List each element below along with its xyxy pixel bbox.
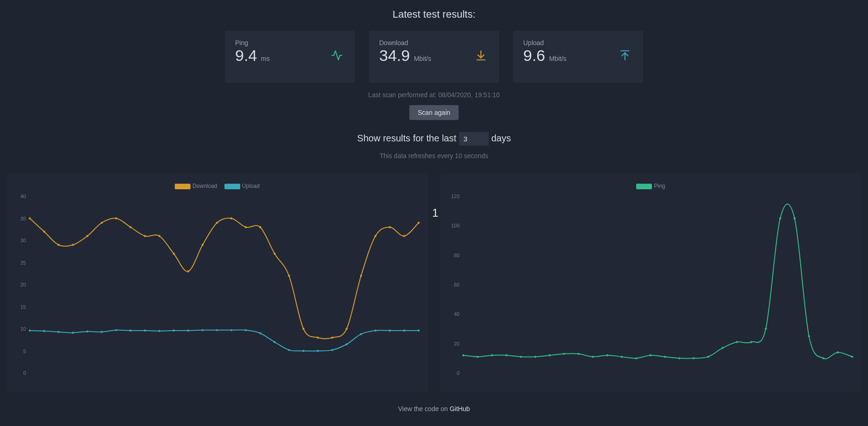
ping-value: 9.4 [235, 47, 257, 64]
charts-container: Download Upload 0510152025303540 Ping 02… [0, 173, 868, 392]
svg-text:5: 5 [23, 348, 26, 354]
speed-chart: Download Upload 0510152025303540 [7, 173, 428, 392]
speed-chart-svg: 0510152025303540 [11, 194, 423, 380]
svg-point-83 [563, 353, 565, 355]
svg-text:10: 10 [20, 326, 26, 332]
svg-point-57 [259, 332, 261, 334]
svg-point-95 [736, 341, 738, 343]
svg-point-13 [29, 217, 31, 219]
summary-cards: Ping 9.4 ms Download 34.9 Mbit/s Upload … [0, 31, 868, 83]
svg-point-19 [115, 217, 117, 219]
svg-point-79 [506, 354, 507, 356]
svg-point-82 [549, 354, 551, 356]
svg-point-65 [375, 330, 376, 332]
days-input[interactable] [459, 132, 489, 146]
svg-point-38 [389, 226, 391, 228]
svg-point-76 [462, 354, 464, 356]
svg-point-99 [794, 217, 796, 219]
svg-point-62 [331, 349, 333, 351]
speed-legend: Download Upload [11, 183, 423, 189]
svg-point-42 [43, 330, 45, 332]
ping-swatch [636, 184, 652, 189]
svg-text:40: 40 [454, 311, 460, 317]
ping-unit: ms [261, 55, 270, 62]
svg-point-52 [187, 330, 189, 332]
svg-point-94 [722, 347, 723, 349]
svg-point-88 [635, 357, 637, 359]
svg-point-39 [403, 235, 405, 237]
svg-point-54 [216, 329, 218, 331]
ping-legend: Ping [445, 183, 857, 189]
svg-point-66 [389, 330, 391, 332]
svg-text:120: 120 [451, 194, 460, 199]
svg-point-90 [664, 356, 666, 358]
scan-again-button[interactable]: Scan again [409, 105, 459, 120]
svg-point-63 [346, 343, 348, 345]
svg-point-86 [606, 354, 608, 356]
download-icon [475, 49, 487, 63]
svg-point-37 [375, 235, 376, 237]
ping-label: Ping [235, 39, 345, 47]
svg-point-29 [259, 226, 261, 228]
svg-text:100: 100 [451, 223, 460, 228]
svg-point-97 [765, 328, 767, 330]
svg-point-43 [58, 331, 59, 333]
footer-prefix: View the code on [398, 405, 450, 413]
svg-point-28 [245, 226, 247, 228]
svg-text:30: 30 [20, 238, 26, 243]
svg-point-15 [58, 244, 59, 246]
download-value: 34.9 [379, 47, 410, 64]
svg-point-16 [72, 244, 74, 246]
ping-chart-svg: 020406080100120 [445, 194, 857, 380]
svg-point-67 [403, 330, 405, 332]
days-suffix: days [491, 133, 511, 143]
github-link[interactable]: GitHub [450, 405, 470, 413]
svg-point-98 [779, 217, 781, 219]
svg-point-41 [29, 330, 31, 332]
svg-text:15: 15 [20, 304, 26, 310]
svg-point-103 [851, 356, 853, 358]
svg-point-26 [216, 222, 218, 224]
svg-point-14 [43, 231, 45, 233]
upload-icon [619, 49, 631, 63]
upload-legend-label: Upload [242, 183, 260, 189]
svg-point-68 [418, 330, 420, 332]
svg-point-85 [592, 356, 594, 358]
days-prefix: Show results for the last [357, 133, 456, 143]
ping-chart: Ping 020406080100120 [440, 173, 861, 392]
svg-point-45 [86, 331, 88, 333]
download-legend-label: Download [192, 183, 217, 189]
svg-point-18 [101, 222, 103, 224]
svg-text:20: 20 [454, 341, 460, 346]
footer: View the code on GitHub [0, 405, 868, 413]
svg-text:25: 25 [20, 260, 26, 266]
svg-text:0: 0 [457, 370, 460, 376]
svg-point-46 [101, 331, 103, 333]
svg-point-48 [130, 330, 132, 332]
svg-text:20: 20 [20, 282, 26, 287]
svg-point-59 [288, 349, 290, 351]
svg-point-64 [360, 333, 362, 335]
svg-point-40 [418, 222, 420, 224]
svg-point-31 [288, 275, 290, 277]
svg-point-20 [130, 226, 132, 228]
svg-point-33 [317, 337, 319, 339]
svg-point-58 [274, 341, 276, 343]
svg-point-89 [650, 354, 651, 356]
svg-point-44 [72, 332, 74, 333]
svg-point-27 [230, 217, 232, 219]
svg-point-23 [173, 253, 175, 254]
refresh-note: This data refreshes every 10 seconds [0, 152, 868, 160]
last-scan-text: Last scan performed at: 08/04/2020, 19:5… [0, 91, 868, 99]
svg-point-47 [115, 329, 117, 331]
svg-point-32 [302, 328, 304, 330]
svg-text:0: 0 [23, 370, 26, 376]
page-title: Latest test results: [0, 0, 868, 20]
svg-point-24 [187, 270, 189, 272]
svg-point-91 [678, 357, 680, 359]
svg-point-56 [245, 329, 247, 331]
svg-point-22 [158, 235, 160, 237]
svg-point-78 [491, 354, 493, 356]
svg-point-34 [331, 337, 333, 339]
svg-point-101 [822, 357, 824, 359]
